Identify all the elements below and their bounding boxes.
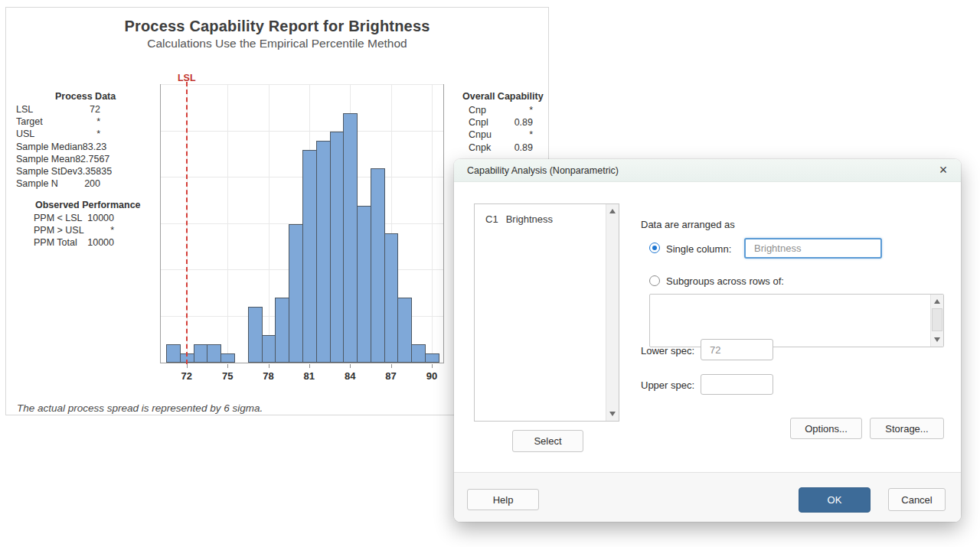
textarea-scrollbar[interactable] xyxy=(930,295,943,347)
storage-button[interactable]: Storage... xyxy=(870,418,944,439)
columns-listbox[interactable]: C1Brightness xyxy=(474,203,619,422)
x-axis-tick xyxy=(187,364,188,368)
select-button[interactable]: Select xyxy=(512,430,583,452)
stat-label: Sample StDev xyxy=(16,165,77,177)
upper-spec-label: Upper spec: xyxy=(641,379,694,391)
stat-value: 82.7567 xyxy=(75,153,109,165)
histogram-bar xyxy=(166,344,181,363)
column-list-item[interactable]: C1Brightness xyxy=(475,204,619,225)
scrollbar-thumb[interactable] xyxy=(932,308,942,331)
stat-value: 3.35835 xyxy=(77,165,112,177)
stat-row: Cnp* xyxy=(469,104,533,116)
histogram-bar xyxy=(411,344,426,363)
observed-performance-heading: Observed Performance xyxy=(35,200,141,210)
stat-value: * xyxy=(96,128,100,140)
stat-label: PPM Total xyxy=(34,236,77,249)
x-axis-tick xyxy=(269,364,270,368)
lsl-label: LSL xyxy=(178,73,196,83)
listbox-scrollbar[interactable] xyxy=(606,204,619,421)
stat-label: Sample N xyxy=(16,177,58,190)
histogram-bar xyxy=(357,206,371,363)
v-gridline xyxy=(227,85,228,363)
stat-value: * xyxy=(529,129,533,141)
stat-row: Sample StDev3.35835 xyxy=(16,165,100,177)
dialog-titlebar[interactable]: Capability Analysis (Nonparametric) × xyxy=(454,159,961,182)
x-axis-tick-label: 90 xyxy=(426,370,437,382)
app-canvas: Process Capability Report for Brightness… xyxy=(0,0,980,547)
lsl-reference-line xyxy=(186,82,188,364)
dialog-title: Capability Analysis (Nonparametric) xyxy=(467,159,619,182)
single-column-label: Single column: xyxy=(666,243,731,255)
process-data-table: LSL72Target*USL*Sample Median83.23Sample… xyxy=(16,103,100,190)
options-button[interactable]: Options... xyxy=(790,418,862,439)
close-icon[interactable]: × xyxy=(932,159,955,182)
subgroups-radio[interactable] xyxy=(649,275,660,286)
stat-label: Sample Median xyxy=(16,141,83,153)
report-title: Process Capability Report for Brightness xyxy=(6,18,548,35)
stat-value: 200 xyxy=(84,177,100,190)
histogram-bar xyxy=(275,298,289,363)
stat-value: * xyxy=(96,116,100,128)
stat-row: Sample N200 xyxy=(16,177,100,190)
observed-performance-table: PPM < LSL10000PPM > USL*PPM Total10000 xyxy=(34,212,114,249)
stat-value: 10000 xyxy=(87,212,114,224)
v-gridline xyxy=(432,85,433,363)
stat-label: PPM > USL xyxy=(34,224,84,236)
x-axis-tick-label: 81 xyxy=(304,370,315,382)
column-name: Brightness xyxy=(506,213,553,225)
x-axis-tick-label: 75 xyxy=(222,370,233,382)
x-axis-tick-label: 72 xyxy=(181,370,192,382)
scroll-up-icon[interactable] xyxy=(606,204,619,217)
capability-analysis-dialog: Capability Analysis (Nonparametric) × C1… xyxy=(454,159,961,522)
report-footnote: The actual process spread is represented… xyxy=(17,402,263,414)
ok-button[interactable]: OK xyxy=(799,487,871,513)
single-column-radio[interactable] xyxy=(649,243,660,253)
scroll-down-icon[interactable] xyxy=(606,408,619,421)
v-gridline xyxy=(269,85,270,363)
subgroups-label: Subgroups across rows of: xyxy=(666,275,784,287)
stat-value: * xyxy=(529,104,533,116)
stat-row: Cnpk0.89 xyxy=(469,142,533,154)
stat-row: Cnpl0.89 xyxy=(469,116,533,129)
stat-row: Sample Mean82.7567 xyxy=(16,153,100,165)
x-axis-tick xyxy=(391,364,392,368)
scroll-up-icon[interactable] xyxy=(931,295,943,308)
upper-spec-input[interactable] xyxy=(701,374,773,395)
overall-capability-heading: Overall Capability xyxy=(462,91,544,102)
cancel-button[interactable]: Cancel xyxy=(888,488,946,511)
histogram-bar xyxy=(194,344,208,363)
help-button[interactable]: Help xyxy=(467,489,539,510)
stat-label: USL xyxy=(16,128,34,140)
stat-row: LSL72 xyxy=(16,103,100,116)
single-column-input[interactable] xyxy=(744,238,882,259)
x-axis-tick-label: 78 xyxy=(263,370,273,382)
histogram-bar xyxy=(371,168,385,363)
stat-row: PPM > USL* xyxy=(34,224,114,236)
x-axis-tick xyxy=(227,364,228,368)
stat-row: PPM Total10000 xyxy=(34,236,114,249)
lower-spec-input[interactable] xyxy=(701,339,773,360)
columns-listbox-items: C1Brightness xyxy=(475,204,619,225)
stat-value: 0.89 xyxy=(514,142,533,154)
column-id: C1 xyxy=(485,213,498,225)
x-axis-tick xyxy=(350,364,351,368)
histogram-bar xyxy=(220,353,235,363)
x-axis-tick xyxy=(309,364,310,368)
subgroups-textarea[interactable] xyxy=(649,294,944,347)
stat-value: * xyxy=(110,224,114,236)
h-gridline xyxy=(161,84,443,85)
stat-row: Target* xyxy=(16,116,100,128)
histogram-bar xyxy=(330,132,345,363)
histogram-bar xyxy=(343,113,358,363)
x-axis-tick xyxy=(432,364,433,368)
stat-label: Cnp xyxy=(469,104,486,116)
stat-row: Cnpu* xyxy=(469,129,533,141)
stat-value: 0.89 xyxy=(514,116,533,129)
h-gridline xyxy=(161,131,443,132)
x-axis-tick-label: 84 xyxy=(345,370,355,382)
stat-label: Target xyxy=(16,116,43,128)
scroll-down-icon[interactable] xyxy=(931,334,943,347)
histogram-bar xyxy=(316,141,331,363)
histogram-bar xyxy=(302,150,317,363)
stat-label: Cnpl xyxy=(469,116,488,129)
